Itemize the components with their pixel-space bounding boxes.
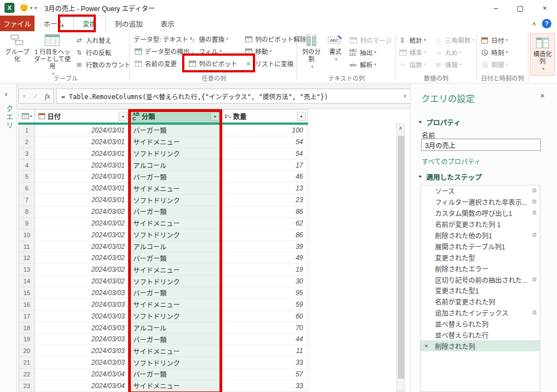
cell-quantity[interactable]: 23 — [222, 194, 308, 206]
section-expander-icon[interactable]: ▲ — [417, 119, 424, 126]
cell-category[interactable]: ソフトドリンク — [130, 276, 222, 287]
cell-quantity[interactable]: 57 — [222, 369, 308, 380]
cell-category[interactable]: アルコール — [130, 241, 222, 253]
cell-category[interactable]: サイドメニュー — [130, 345, 222, 357]
applied-step[interactable]: 追加されたインデックス⚙ — [421, 307, 540, 318]
fx-icon[interactable]: fx — [45, 92, 50, 101]
filter-button-category[interactable]: ▼ — [211, 112, 219, 121]
tab-add-column[interactable]: 列の追加 — [106, 16, 152, 31]
cell-category[interactable]: サイドメニュー — [130, 299, 222, 311]
statistics-button[interactable]: Σ統計▾ — [398, 35, 426, 46]
cell-date[interactable]: 2024/03/02 — [35, 276, 130, 287]
cell-category[interactable]: ソフトドリンク — [130, 194, 222, 206]
panel-close-icon[interactable]: × — [540, 91, 545, 100]
cell-quantity[interactable]: 70 — [222, 322, 308, 334]
cell-quantity[interactable]: 59 — [222, 299, 308, 311]
tab-transform[interactable]: 変換 — [73, 16, 106, 31]
applied-step[interactable]: フィルター選択された非表示...⚙ — [421, 197, 540, 208]
cell-date[interactable]: 2024/03/04 — [35, 380, 130, 392]
column-header-quantity[interactable]: 1²₃ 数量 ▼ — [222, 110, 308, 122]
cell-date[interactable]: 2024/03/02 — [35, 264, 130, 276]
formula-expand-icon[interactable]: ∨ — [404, 93, 407, 99]
cell-quantity[interactable]: 86 — [222, 206, 308, 218]
cell-date[interactable]: 2024/03/01 — [35, 171, 130, 183]
cell-date[interactable]: 2024/03/01 — [35, 183, 130, 194]
cell-quantity[interactable]: 60 — [222, 311, 308, 322]
applied-step[interactable]: 並べ替えられた行 — [421, 330, 540, 341]
cell-date[interactable]: 2024/03/01 — [35, 125, 130, 136]
cell-category[interactable]: サイドメニュー — [130, 218, 222, 229]
applied-steps-section-header[interactable]: ▲ 適用したステップ — [418, 171, 482, 182]
cell-quantity[interactable]: 39 — [222, 241, 308, 253]
format-button[interactable]: ABC 書式▾ — [325, 33, 345, 63]
cell-quantity[interactable]: 100 — [222, 125, 308, 136]
cell-quantity[interactable]: 46 — [222, 171, 308, 183]
scrollbar-thumb[interactable] — [398, 136, 404, 379]
cell-quantity[interactable]: 86 — [222, 229, 308, 241]
tab-home[interactable]: ホーム — [35, 16, 73, 31]
cell-quantity[interactable]: 95 — [222, 287, 308, 299]
cell-date[interactable]: 2024/03/01 — [35, 136, 130, 148]
section-expander-icon[interactable]: ▲ — [417, 174, 424, 180]
table-corner-button[interactable]: ▾ — [18, 110, 35, 122]
time-button[interactable]: 時刻▾ — [480, 47, 508, 58]
reverse-rows-button[interactable]: ⇅行の反転 — [75, 47, 111, 58]
cell-category[interactable]: サイドメニュー — [130, 183, 222, 194]
applied-step[interactable]: カスタム関数の呼び出し1⚙ — [421, 208, 540, 219]
cell-quantity[interactable]: 33 — [222, 380, 308, 392]
cell-date[interactable]: 2024/03/02 — [35, 206, 130, 218]
cell-category[interactable]: ソフトドリンク — [130, 311, 222, 322]
gear-icon[interactable]: ⚙ — [531, 187, 537, 194]
feedback-smiley-icon[interactable] — [20, 4, 28, 12]
corner-dropdown-icon[interactable]: ▾ — [30, 114, 32, 119]
cell-date[interactable]: 2024/03/02 — [35, 229, 130, 241]
cell-quantity[interactable]: 17 — [222, 160, 308, 171]
cell-date[interactable]: 2024/03/03 — [35, 311, 130, 322]
cell-category[interactable]: ソフトドリンク — [130, 148, 222, 160]
extract-button[interactable]: ABC123抽出▾ — [349, 47, 377, 58]
applied-step[interactable]: 名前が変更された列 1 — [421, 219, 540, 230]
cell-quantity[interactable]: 54 — [222, 136, 308, 148]
cell-category[interactable]: サイドメニュー — [130, 380, 222, 392]
cell-date[interactable]: 2024/03/03 — [35, 287, 130, 299]
cell-date[interactable]: 2024/03/02 — [35, 252, 130, 264]
help-icon[interactable]: ? — [542, 19, 551, 28]
applied-step[interactable]: ×削除された列 — [421, 340, 540, 351]
applied-step[interactable]: 並べ替えられた列 — [421, 318, 540, 330]
cell-category[interactable]: バーガー類 — [130, 287, 222, 299]
applied-step[interactable]: 削除された他の列1⚙ — [421, 230, 540, 241]
qat-customize-icon[interactable]: ▾ — [35, 6, 37, 11]
applied-step[interactable]: 展開されたテーブル列1 — [421, 241, 540, 252]
cell-date[interactable]: 2024/03/03 — [35, 322, 130, 334]
cell-quantity[interactable]: 44 — [222, 334, 308, 345]
cell-category[interactable]: サイドメニュー — [130, 264, 222, 276]
fill-button[interactable]: ↓フィル▾ — [188, 46, 244, 57]
rename-button[interactable]: 名前の変更 — [134, 58, 188, 69]
smiley-dropdown-icon[interactable]: ▾ — [30, 6, 32, 11]
cell-date[interactable]: 2024/03/03 — [35, 334, 130, 345]
split-column-button[interactable]: 列の分割▾ — [300, 33, 323, 70]
queries-pane-collapsed[interactable]: › クエリ — [0, 84, 17, 392]
properties-section-header[interactable]: ▲ プロパティ — [418, 117, 461, 128]
cell-category[interactable]: ソフトドリンク — [130, 229, 222, 241]
cell-category[interactable]: バーガー類 — [130, 252, 222, 264]
cell-category[interactable]: バーガー類 — [130, 334, 222, 345]
column-header-date[interactable]: 日付 ▼ — [35, 110, 130, 122]
unpivot-columns-button[interactable]: 列のピボット解除▾ — [244, 33, 297, 45]
applied-step[interactable]: 区切り記号の前の抽出された...⚙ — [421, 274, 540, 285]
cell-category[interactable]: バーガー類 — [130, 125, 222, 136]
delete-step-icon[interactable]: × — [424, 342, 432, 349]
applied-step[interactable]: 名前が変更された列 — [421, 296, 540, 307]
applied-step[interactable]: 変更された型1 — [421, 285, 540, 296]
cell-category[interactable]: ソフトドリンク — [130, 357, 222, 369]
pivot-column-button[interactable]: 列のピボット — [188, 58, 244, 69]
tab-file[interactable]: ファイル — [0, 16, 35, 31]
cell-category[interactable]: バーガー類 — [130, 206, 222, 218]
expand-pane-icon[interactable]: › — [5, 90, 7, 98]
detect-data-type-button[interactable]: データ型の検出 — [134, 46, 188, 57]
cell-category[interactable]: バーガー類 — [130, 369, 222, 380]
count-rows-button[interactable]: ⊞行数のカウント — [75, 59, 131, 70]
minimize-button[interactable]: – — [483, 0, 508, 16]
gear-icon[interactable]: ⚙ — [531, 209, 537, 217]
cell-date[interactable]: 2024/03/02 — [35, 241, 130, 253]
